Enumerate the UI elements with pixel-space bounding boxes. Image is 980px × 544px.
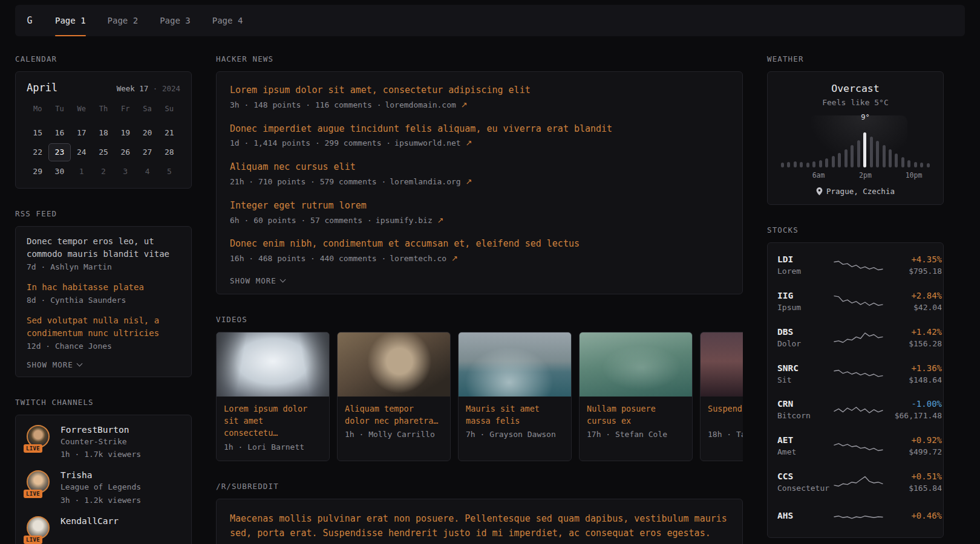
stock-row[interactable]: CRN Bitcorn -1.00% $66,171.48	[777, 392, 933, 429]
stock-row[interactable]: AET Amet +0.92% $499.72	[777, 429, 933, 465]
rss-show-more-button[interactable]: SHOW MORE	[27, 360, 82, 369]
hn-title-link[interactable]: Aliquam nec cursus elit	[230, 161, 729, 174]
calendar-dow-label: Sa	[136, 101, 158, 117]
stock-change: +1.42%	[884, 327, 942, 337]
rss-item-link[interactable]: Sed volutpat nulla nisl, a condimentum n…	[27, 314, 180, 340]
weather-bar	[851, 145, 854, 167]
rss-item-meta: 7d · Ashlyn Martin	[27, 262, 180, 273]
calendar-dow-label: We	[71, 101, 93, 117]
right-column: WEATHER Overcast Feels like 5°C 9° 6am 2…	[767, 54, 944, 544]
hn-item-meta: 1d · 1,414 points · 299 comments ·ipsumw…	[230, 138, 729, 149]
hn-source-link[interactable]: loremtech.co ↗	[390, 254, 458, 263]
calendar-year: · 2024	[153, 84, 180, 93]
rss-item: Donec tempor eros leo, ut commodo mauris…	[27, 235, 180, 273]
hn-title-link[interactable]: Integer eget rutrum lorem	[230, 199, 729, 213]
weather-bar	[806, 163, 809, 167]
chevron-down-icon	[279, 277, 286, 283]
stock-row[interactable]: CCS Consectetur +0.51% $165.84	[777, 465, 933, 501]
twitch-channel-row[interactable]: LIVE Trisha League of Legends 3h · 1.2k …	[27, 470, 180, 507]
weather-bar	[870, 137, 873, 167]
hn-source-link[interactable]: ipsumify.biz ↗	[376, 216, 444, 225]
rss-item-link[interactable]: Donec tempor eros leo, ut commodo mauris…	[27, 235, 180, 261]
twitch-channel-row[interactable]: LIVE KendallCarr	[27, 516, 180, 542]
stock-row[interactable]: AHS +0.46%	[777, 501, 933, 533]
video-thumbnail[interactable]	[459, 332, 571, 397]
hn-title-link[interactable]: Donec imperdiet augue tincidunt felis al…	[230, 123, 729, 136]
twitch-channel-row[interactable]: LIVE ForrestBurton Counter-Strike 1h · 1…	[27, 425, 180, 461]
twitch-channel-name[interactable]: KendallCarr	[60, 516, 119, 526]
stock-ticker: CCS	[777, 471, 833, 481]
video-title-link[interactable]: Aliquam tempor dolor nec pharetra…	[345, 403, 443, 427]
twitch-channel-name[interactable]: ForrestBurton	[60, 425, 141, 435]
hn-source-link[interactable]: loremdomain.com ↗	[385, 100, 467, 109]
weather-bar	[825, 158, 828, 167]
stock-row[interactable]: SNRC Sit +1.36% $148.64	[777, 357, 933, 393]
calendar-section-title: CALENDAR	[15, 54, 192, 63]
video-card[interactable]: Mauris sit amet massa felis 7h · Grayson…	[458, 332, 572, 461]
external-link-arrow-icon: ↗	[466, 177, 472, 186]
video-thumbnail[interactable]	[580, 332, 692, 397]
hn-show-more-button[interactable]: SHOW MORE	[230, 276, 285, 285]
video-thumbnail[interactable]	[338, 332, 450, 397]
weather-bar	[832, 156, 835, 167]
hn-title-link[interactable]: Lorem ipsum dolor sit amet, consectetur …	[230, 84, 729, 97]
hn-item-meta: 21h · 710 points · 579 comments ·loremla…	[230, 176, 729, 188]
rss-item-link[interactable]: In hac habitasse platea	[27, 281, 180, 294]
stock-row[interactable]: DBS Dolor +1.42% $156.28	[777, 320, 933, 357]
video-title-link[interactable]: Suspendisse diam	[708, 403, 743, 427]
stock-row[interactable]: LDI Lorem +4.35% $795.18	[777, 248, 933, 284]
calendar-days-grid: 1516171819202122232425262728293012345	[27, 124, 180, 181]
page-tab[interactable]: Page 4	[212, 5, 243, 36]
twitch-game: League of Legends	[60, 482, 141, 493]
weather-bar	[794, 161, 797, 167]
page-tab[interactable]: Page 3	[160, 5, 191, 36]
video-title-link[interactable]: Nullam posuere cursus ex	[587, 403, 685, 427]
twitch-section-title: TWITCH CHANNELS	[15, 398, 192, 407]
weather-time-label: 6am	[812, 171, 825, 180]
page-tab[interactable]: Page 2	[108, 5, 139, 36]
stock-numbers: +0.51% $165.84	[884, 471, 942, 494]
hn-meta-text: 21h · 710 points · 579 comments ·	[230, 177, 386, 186]
weather-bar	[819, 160, 822, 167]
stock-identity: CRN Bitcorn	[777, 399, 833, 422]
calendar-widget: CALENDAR April Week 17 · 2024 MoTuWeThFr…	[15, 54, 192, 189]
stock-numbers: +1.36% $148.64	[884, 363, 942, 386]
calendar-day: 4	[136, 163, 158, 181]
video-meta: 17h · Stefan Cole	[587, 429, 685, 441]
video-card[interactable]: Suspendisse diam 18h · Tara	[700, 332, 743, 461]
calendar-day: 30	[48, 163, 70, 181]
hn-source-link[interactable]: ipsumworld.net ↗	[394, 138, 472, 147]
stock-row[interactable]: IIG Ipsum +2.84% $42.04	[777, 284, 933, 320]
top-bar: G Page 1 Page 2 Page 3 Page 4	[15, 5, 965, 36]
app-logo[interactable]: G	[15, 5, 44, 36]
page-tab-label: Page 1	[55, 16, 86, 25]
video-title-link[interactable]: Mauris sit amet massa felis	[466, 403, 564, 427]
weather-widget: WEATHER Overcast Feels like 5°C 9° 6am 2…	[767, 54, 944, 205]
stock-price: $499.72	[884, 447, 942, 458]
weather-bar	[889, 149, 892, 167]
calendar-dow-label: Mo	[27, 101, 48, 117]
hn-title-link[interactable]: Donec enim nibh, condimentum et accumsan…	[230, 238, 729, 251]
video-card[interactable]: Lorem ipsum dolor sit amet consectetu… 1…	[216, 332, 330, 461]
video-card[interactable]: Nullam posuere cursus ex 17h · Stefan Co…	[579, 332, 693, 461]
hacker-news-widget: HACKER NEWS Lorem ipsum dolor sit amet, …	[216, 54, 743, 294]
video-card[interactable]: Aliquam tempor dolor nec pharetra… 1h · …	[337, 332, 451, 461]
calendar-day: 5	[158, 163, 180, 181]
video-title-link[interactable]: Lorem ipsum dolor sit amet consectetu…	[224, 403, 322, 439]
reddit-post-link[interactable]: Maecenas mollis pulvinar erat non posuer…	[230, 511, 729, 540]
twitch-channel-name[interactable]: Trisha	[60, 470, 141, 480]
stock-ticker: DBS	[777, 327, 833, 337]
stocks-widget: STOCKS LDI Lorem +4.35% $795.18	[767, 225, 944, 538]
hn-source-link[interactable]: loremlandia.org ↗	[390, 177, 472, 186]
calendar-day: 20	[136, 124, 158, 142]
video-thumbnail[interactable]	[701, 332, 743, 397]
twitch-avatar: LIVE	[27, 470, 52, 496]
page-tab[interactable]: Page 1	[55, 5, 86, 36]
calendar-day: 29	[27, 163, 48, 181]
stock-price: $156.28	[884, 338, 942, 350]
weather-feels-like: Feels like 5°C	[779, 98, 932, 107]
video-thumbnail[interactable]	[217, 332, 329, 397]
stock-sparkline	[833, 365, 884, 383]
page-tabs: Page 1 Page 2 Page 3 Page 4	[44, 5, 253, 36]
calendar-day: 22	[27, 143, 48, 161]
